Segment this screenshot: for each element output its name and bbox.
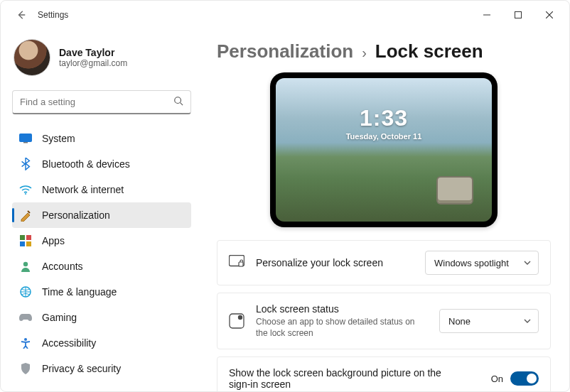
profile-name: Dave Taylor bbox=[59, 47, 127, 58]
sidebar-item-apps[interactable]: Apps bbox=[12, 228, 191, 254]
sidebar-item-accessibility[interactable]: Accessibility bbox=[12, 330, 191, 356]
maximize-icon bbox=[515, 11, 522, 18]
sidebar-item-label: Accessibility bbox=[42, 337, 96, 349]
chevron-down-icon bbox=[524, 316, 531, 327]
preview-time: 1:33 bbox=[276, 105, 492, 131]
system-icon bbox=[19, 132, 32, 145]
sidebar-item-label: Gaming bbox=[42, 312, 77, 323]
gaming-icon bbox=[19, 311, 32, 324]
search-box[interactable] bbox=[12, 90, 191, 114]
breadcrumb-parent[interactable]: Personalization bbox=[217, 40, 353, 62]
svg-point-11 bbox=[24, 338, 27, 341]
svg-rect-5 bbox=[20, 235, 25, 240]
sidebar-item-network[interactable]: Network & internet bbox=[12, 177, 191, 202]
preview-date: Tuesday, October 11 bbox=[276, 132, 492, 141]
sidebar-item-personalization[interactable]: Personalization bbox=[12, 202, 191, 228]
chevron-right-icon: › bbox=[362, 45, 367, 61]
svg-rect-13 bbox=[239, 262, 243, 266]
toggle-state-label: On bbox=[491, 374, 503, 384]
sidebar-item-label: Personalization bbox=[42, 209, 110, 221]
setting-personalize-lock-screen[interactable]: Personalize your lock screen Windows spo… bbox=[217, 240, 551, 285]
lock-screen-preview: 1:33 Tuesday, October 11 bbox=[270, 72, 498, 227]
sidebar-item-label: Time & language bbox=[42, 286, 117, 298]
setting-lock-screen-status[interactable]: Lock screen status Choose an app to show… bbox=[217, 293, 551, 349]
apps-icon bbox=[19, 234, 32, 247]
profile-email: taylor@gmail.com bbox=[59, 58, 127, 68]
svg-point-9 bbox=[23, 262, 28, 266]
svg-rect-8 bbox=[26, 241, 31, 246]
sidebar-item-gaming[interactable]: Gaming bbox=[12, 305, 191, 330]
svg-point-15 bbox=[238, 315, 242, 320]
status-app-dropdown[interactable]: None bbox=[439, 309, 539, 333]
privacy-icon bbox=[19, 362, 32, 375]
svg-rect-0 bbox=[515, 12, 522, 18]
titlebar: Settings bbox=[1, 1, 569, 29]
sidebar-item-label: Network & internet bbox=[42, 184, 124, 195]
window-minimize-button[interactable] bbox=[471, 4, 502, 26]
sidebar-item-label: Apps bbox=[42, 235, 65, 246]
back-button[interactable] bbox=[14, 7, 29, 23]
chevron-down-icon bbox=[524, 258, 531, 268]
svg-point-1 bbox=[175, 97, 181, 103]
bluetooth-icon bbox=[19, 158, 32, 170]
accessibility-icon bbox=[19, 337, 32, 349]
sidebar-item-accounts[interactable]: Accounts bbox=[12, 254, 191, 279]
sidebar: Dave Taylor taylor@gmail.com System Blue… bbox=[1, 29, 200, 391]
window-maximize-button[interactable] bbox=[502, 4, 534, 26]
app-title: Settings bbox=[38, 10, 68, 20]
search-input[interactable] bbox=[20, 97, 165, 107]
close-icon bbox=[546, 11, 553, 18]
personalization-icon bbox=[19, 209, 32, 222]
svg-rect-2 bbox=[20, 134, 32, 142]
page-title: Lock screen bbox=[375, 40, 483, 62]
main-panel: Personalization › Lock screen 1:33 Tuesd… bbox=[200, 29, 569, 391]
svg-rect-7 bbox=[20, 241, 25, 246]
sidebar-item-label: Bluetooth & devices bbox=[42, 158, 130, 170]
svg-point-4 bbox=[25, 193, 26, 195]
sidebar-item-system[interactable]: System bbox=[12, 126, 191, 151]
lock-screen-preview-image: 1:33 Tuesday, October 11 bbox=[276, 78, 492, 222]
background-on-signin-toggle[interactable] bbox=[510, 371, 539, 386]
image-lock-icon bbox=[229, 255, 244, 271]
avatar bbox=[14, 39, 50, 76]
minimize-icon bbox=[483, 11, 490, 18]
sidebar-item-label: Accounts bbox=[42, 261, 83, 272]
back-arrow-icon bbox=[16, 10, 26, 20]
breadcrumb: Personalization › Lock screen bbox=[217, 40, 551, 62]
profile-block[interactable]: Dave Taylor taylor@gmail.com bbox=[12, 39, 191, 76]
network-icon bbox=[19, 183, 32, 196]
accounts-icon bbox=[19, 260, 32, 273]
window-close-button[interactable] bbox=[534, 4, 565, 26]
setting-title: Personalize your lock screen bbox=[256, 257, 414, 268]
sidebar-item-privacy[interactable]: Privacy & security bbox=[12, 356, 191, 381]
setting-background-on-signin[interactable]: Show the lock screen background picture … bbox=[217, 356, 551, 391]
sidebar-item-label: Privacy & security bbox=[42, 363, 121, 374]
setting-title: Lock screen status bbox=[256, 303, 428, 315]
setting-title: Show the lock screen background picture … bbox=[229, 367, 456, 390]
sidebar-item-time-language[interactable]: Time & language bbox=[12, 279, 191, 305]
setting-subtitle: Choose an app to show detailed status on… bbox=[256, 316, 428, 339]
svg-rect-3 bbox=[23, 142, 28, 143]
status-app-icon bbox=[229, 313, 244, 329]
svg-rect-6 bbox=[26, 235, 31, 240]
dropdown-value: None bbox=[448, 316, 470, 327]
sidebar-item-label: System bbox=[42, 133, 75, 144]
dropdown-value: Windows spotlight bbox=[434, 258, 509, 268]
time-language-icon bbox=[19, 285, 32, 298]
search-icon bbox=[173, 96, 183, 109]
sidebar-item-bluetooth[interactable]: Bluetooth & devices bbox=[12, 151, 191, 177]
personalize-dropdown[interactable]: Windows spotlight bbox=[425, 251, 539, 275]
nav-list: System Bluetooth & devices Network & int… bbox=[12, 126, 191, 381]
